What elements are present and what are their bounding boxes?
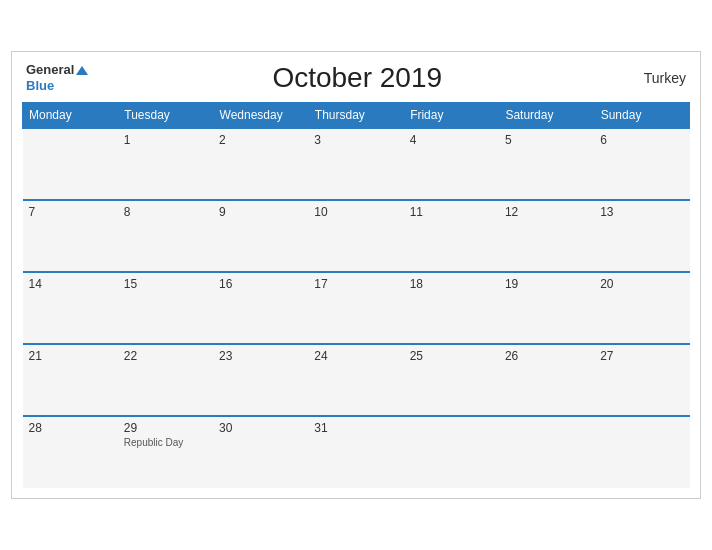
day-number: 11	[410, 205, 493, 219]
day-number: 19	[505, 277, 588, 291]
header-tuesday: Tuesday	[118, 103, 213, 129]
table-row: 27	[594, 344, 689, 416]
calendar-container: General Blue October 2019 Turkey Monday …	[11, 51, 701, 499]
header-friday: Friday	[404, 103, 499, 129]
table-row	[404, 416, 499, 488]
day-number: 29	[124, 421, 207, 435]
weekday-header-row: Monday Tuesday Wednesday Thursday Friday…	[23, 103, 690, 129]
table-row	[594, 416, 689, 488]
day-number: 5	[505, 133, 588, 147]
day-number: 7	[29, 205, 112, 219]
calendar-week-row: 123456	[23, 128, 690, 200]
day-number: 17	[314, 277, 397, 291]
table-row: 3	[308, 128, 403, 200]
day-number: 12	[505, 205, 588, 219]
table-row: 12	[499, 200, 594, 272]
day-number: 1	[124, 133, 207, 147]
day-number: 15	[124, 277, 207, 291]
table-row: 29Republic Day	[118, 416, 213, 488]
table-row: 30	[213, 416, 308, 488]
day-number: 28	[29, 421, 112, 435]
calendar-title: October 2019	[88, 62, 626, 94]
table-row: 4	[404, 128, 499, 200]
day-number: 16	[219, 277, 302, 291]
country-label: Turkey	[626, 70, 686, 86]
table-row: 19	[499, 272, 594, 344]
day-number: 18	[410, 277, 493, 291]
table-row	[499, 416, 594, 488]
table-row: 14	[23, 272, 118, 344]
logo-blue-text: Blue	[26, 78, 88, 94]
header-saturday: Saturday	[499, 103, 594, 129]
event-label: Republic Day	[124, 437, 183, 448]
table-row: 9	[213, 200, 308, 272]
table-row: 2	[213, 128, 308, 200]
table-row: 1	[118, 128, 213, 200]
logo-general-text: General	[26, 62, 88, 78]
day-number: 4	[410, 133, 493, 147]
day-number: 3	[314, 133, 397, 147]
day-number: 24	[314, 349, 397, 363]
table-row: 20	[594, 272, 689, 344]
table-row: 8	[118, 200, 213, 272]
table-row: 18	[404, 272, 499, 344]
day-number: 8	[124, 205, 207, 219]
calendar-body: 1234567891011121314151617181920212223242…	[23, 128, 690, 488]
calendar-header: General Blue October 2019 Turkey	[22, 62, 690, 94]
table-row: 22	[118, 344, 213, 416]
header-sunday: Sunday	[594, 103, 689, 129]
day-number: 22	[124, 349, 207, 363]
calendar-week-row: 2829Republic Day3031	[23, 416, 690, 488]
table-row: 16	[213, 272, 308, 344]
day-number: 10	[314, 205, 397, 219]
day-number: 31	[314, 421, 397, 435]
day-number: 27	[600, 349, 683, 363]
table-row: 21	[23, 344, 118, 416]
calendar-week-row: 78910111213	[23, 200, 690, 272]
table-row: 31	[308, 416, 403, 488]
header-thursday: Thursday	[308, 103, 403, 129]
table-row: 11	[404, 200, 499, 272]
table-row: 28	[23, 416, 118, 488]
calendar-week-row: 21222324252627	[23, 344, 690, 416]
table-row: 15	[118, 272, 213, 344]
table-row: 26	[499, 344, 594, 416]
table-row: 13	[594, 200, 689, 272]
day-number: 6	[600, 133, 683, 147]
day-number: 14	[29, 277, 112, 291]
logo: General Blue	[26, 62, 88, 93]
calendar-week-row: 14151617181920	[23, 272, 690, 344]
table-row: 24	[308, 344, 403, 416]
day-number: 26	[505, 349, 588, 363]
calendar-table: Monday Tuesday Wednesday Thursday Friday…	[22, 102, 690, 488]
day-number: 21	[29, 349, 112, 363]
day-number: 9	[219, 205, 302, 219]
header-wednesday: Wednesday	[213, 103, 308, 129]
table-row: 5	[499, 128, 594, 200]
day-number: 30	[219, 421, 302, 435]
day-number: 20	[600, 277, 683, 291]
table-row: 25	[404, 344, 499, 416]
table-row: 6	[594, 128, 689, 200]
table-row: 23	[213, 344, 308, 416]
table-row: 7	[23, 200, 118, 272]
day-number: 25	[410, 349, 493, 363]
day-number: 13	[600, 205, 683, 219]
day-number: 23	[219, 349, 302, 363]
table-row: 10	[308, 200, 403, 272]
table-row: 17	[308, 272, 403, 344]
table-row	[23, 128, 118, 200]
header-monday: Monday	[23, 103, 118, 129]
day-number: 2	[219, 133, 302, 147]
logo-triangle-icon	[76, 66, 88, 75]
